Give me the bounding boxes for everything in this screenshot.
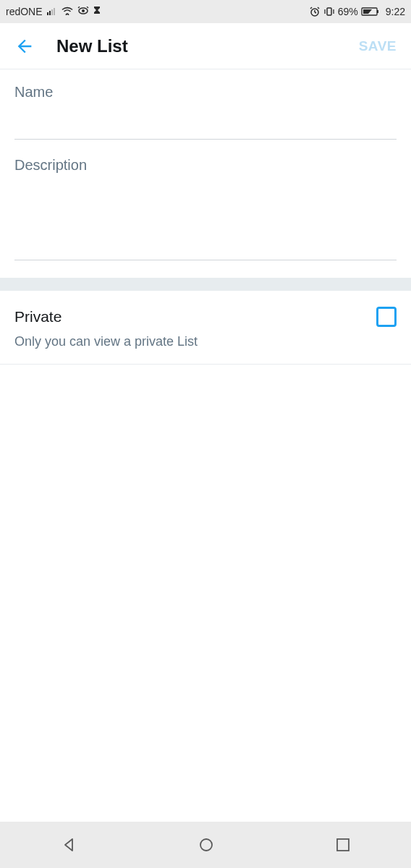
description-label: Description	[14, 157, 397, 174]
battery-icon	[361, 7, 380, 17]
save-button[interactable]: SAVE	[359, 38, 397, 54]
svg-line-11	[310, 7, 312, 9]
svg-rect-2	[51, 9, 53, 15]
svg-rect-1	[49, 11, 51, 15]
svg-rect-19	[337, 839, 349, 851]
nav-recent-icon[interactable]	[335, 837, 351, 853]
alarm-icon	[309, 6, 321, 17]
description-input[interactable]	[14, 181, 397, 260]
private-help-text: Only you can view a private List	[14, 334, 397, 349]
svg-rect-0	[47, 12, 48, 15]
eye-icon	[77, 6, 89, 17]
svg-line-7	[87, 7, 88, 8]
name-input[interactable]	[14, 108, 397, 140]
time-label: 9:22	[386, 6, 405, 17]
wifi-icon	[62, 6, 73, 17]
svg-line-6	[78, 7, 80, 8]
status-left: redONE	[6, 6, 101, 18]
app-header: New List SAVE	[0, 23, 411, 69]
svg-line-12	[318, 7, 319, 9]
status-right: 69% 9:22	[309, 6, 405, 17]
page-title: New List	[56, 36, 359, 56]
svg-line-10	[315, 12, 316, 13]
nav-back-icon[interactable]	[60, 836, 77, 854]
form-section: Name Description	[0, 69, 411, 278]
private-row: Private	[14, 307, 397, 327]
svg-point-5	[82, 9, 85, 12]
svg-rect-17	[377, 10, 378, 13]
status-bar: redONE 69% 9:22	[0, 0, 411, 23]
private-section: Private Only you can view a private List	[0, 291, 411, 365]
svg-point-18	[200, 839, 212, 851]
nav-home-icon[interactable]	[198, 836, 215, 854]
battery-percent: 69%	[338, 6, 358, 17]
back-arrow-icon[interactable]	[14, 36, 35, 56]
signal-icon	[47, 6, 57, 17]
carrier-label: redONE	[6, 6, 43, 17]
svg-rect-3	[54, 8, 55, 15]
private-label: Private	[14, 308, 62, 326]
name-label: Name	[14, 84, 397, 101]
hourglass-icon	[93, 6, 101, 18]
vibrate-icon	[323, 6, 335, 17]
android-nav-bar	[0, 822, 411, 868]
section-separator	[0, 278, 411, 291]
svg-rect-13	[327, 8, 331, 15]
private-checkbox[interactable]	[376, 307, 397, 327]
